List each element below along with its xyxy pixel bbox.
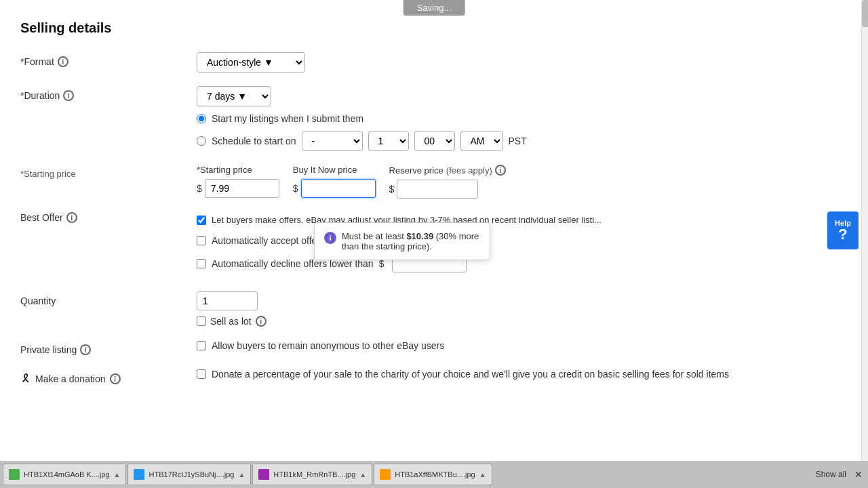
taskbar-item-3-icon bbox=[258, 469, 269, 480]
reserve-price-input-row: $ bbox=[389, 180, 506, 199]
quantity-row: Quantity Sell as lot i bbox=[20, 291, 848, 327]
tooltip-icon: i bbox=[324, 232, 336, 244]
donation-checkbox-row: Donate a percentage of your sale to the … bbox=[197, 369, 848, 380]
buy-it-now-group: Buy It Now price $ bbox=[293, 165, 376, 198]
saving-label: Saving... bbox=[417, 3, 452, 13]
scrollbar[interactable] bbox=[861, 0, 868, 488]
donation-controls: Donate a percentage of your sale to the … bbox=[197, 369, 848, 380]
private-listing-desc: Allow buyers to remain anonymous to othe… bbox=[212, 340, 444, 351]
format-select[interactable]: Auction-style ▼ bbox=[197, 52, 305, 73]
duration-info-icon[interactable]: i bbox=[63, 90, 74, 101]
saving-bar: Saving... bbox=[403, 0, 465, 16]
taskbar-item-4-icon bbox=[380, 469, 391, 480]
help-button[interactable]: Help ? bbox=[827, 211, 859, 249]
starting-price-label: *Starting price bbox=[197, 165, 279, 175]
private-listing-controls: Allow buyers to remain anonymous to othe… bbox=[197, 340, 848, 351]
timezone-label: PST bbox=[509, 136, 527, 146]
best-offer-info-icon[interactable]: i bbox=[66, 212, 77, 223]
donation-info-icon[interactable]: i bbox=[110, 373, 121, 384]
schedule-row: Start my listings when I submit them Sch… bbox=[197, 113, 848, 151]
schedule-ampm-select[interactable]: AM bbox=[460, 131, 503, 151]
schedule-date-select[interactable]: - bbox=[302, 131, 363, 151]
sell-lot-checkbox[interactable] bbox=[197, 317, 206, 326]
start-now-radio[interactable] bbox=[197, 114, 206, 123]
quantity-label: Quantity bbox=[20, 291, 197, 306]
reserve-price-info-icon[interactable]: i bbox=[495, 165, 506, 176]
tooltip-text: Must be at least $10.39 (30% more than t… bbox=[342, 231, 480, 251]
donation-icon: 🎗 bbox=[20, 373, 31, 385]
private-listing-info-icon[interactable]: i bbox=[80, 344, 91, 355]
fees-label: (fees apply) bbox=[446, 165, 492, 176]
close-all-button[interactable]: ✕ bbox=[852, 469, 865, 480]
format-info-icon[interactable]: i bbox=[58, 56, 68, 67]
schedule-radio-row: Schedule to start on - 1 00 AM PST bbox=[197, 131, 527, 151]
taskbar-item-4-chevron[interactable]: ▲ bbox=[479, 471, 486, 479]
reserve-price-input[interactable] bbox=[397, 180, 478, 199]
sell-lot-row: Sell as lot i bbox=[197, 316, 848, 327]
private-listing-checkbox[interactable] bbox=[197, 341, 206, 350]
reserve-price-label: Reserve price (fees apply) i bbox=[389, 165, 506, 176]
private-listing-checkbox-row: Allow buyers to remain anonymous to othe… bbox=[197, 340, 848, 351]
taskbar-item-2[interactable]: HTB17RcIJ1ySBuNj....jpg ▲ bbox=[127, 464, 251, 485]
private-listing-row: Private listing i Allow buyers to remain… bbox=[20, 340, 848, 355]
schedule-hour-select[interactable]: 1 bbox=[368, 131, 409, 151]
taskbar-item-2-label: HTB17RcIJ1ySBuNj....jpg bbox=[149, 470, 234, 479]
taskbar-item-3-label: HTB1kM_RmRnTB....jpg bbox=[273, 470, 355, 479]
best-offer-checkbox-row: Let buyers make offers. eBay may adjust … bbox=[197, 215, 848, 225]
show-all-button[interactable]: Show all bbox=[812, 470, 850, 479]
duration-select[interactable]: 7 days ▼ bbox=[197, 86, 271, 106]
starting-price-group: *Starting price $ bbox=[197, 165, 279, 198]
donation-title: Make a donation bbox=[35, 373, 106, 384]
starting-price-input[interactable] bbox=[205, 179, 279, 198]
buy-it-now-label: Buy It Now price bbox=[293, 165, 376, 175]
price-main-label: *Starting price bbox=[20, 169, 76, 179]
starting-price-input-row: $ bbox=[197, 179, 279, 198]
best-offer-title: Best Offer i bbox=[20, 212, 77, 223]
taskbar-item-2-icon bbox=[134, 469, 144, 480]
donation-label-col: 🎗 Make a donation i bbox=[20, 369, 197, 385]
schedule-radio[interactable] bbox=[197, 136, 206, 146]
buy-it-now-input-row: $ bbox=[293, 179, 376, 198]
donation-desc: Donate a percentage of your sale to the … bbox=[212, 369, 729, 380]
tooltip-box: i Must be at least $10.39 (30% more than… bbox=[314, 222, 490, 260]
format-controls: Auction-style ▼ bbox=[197, 52, 848, 73]
page-title: Selling details bbox=[20, 20, 848, 36]
start-now-label: Start my listings when I submit them bbox=[212, 113, 363, 124]
taskbar-item-3-chevron[interactable]: ▲ bbox=[359, 471, 366, 479]
taskbar-item-3[interactable]: HTB1kM_RmRnTB....jpg ▲ bbox=[252, 464, 372, 485]
format-label: *Format i bbox=[20, 52, 197, 67]
taskbar-item-1[interactable]: HTB1Xt14mGAoB K....jpg ▲ bbox=[3, 464, 126, 485]
donation-checkbox[interactable] bbox=[197, 369, 206, 379]
schedule-min-select[interactable]: 00 bbox=[414, 131, 455, 151]
reserve-price-group: Reserve price (fees apply) i $ bbox=[389, 165, 506, 199]
best-offer-label-col: Best Offer i bbox=[20, 212, 197, 223]
duration-row: *Duration i 7 days ▼ bbox=[20, 86, 848, 106]
private-listing-label: Private listing i bbox=[20, 340, 197, 355]
duration-controls: 7 days ▼ bbox=[197, 86, 848, 106]
scrollbar-thumb[interactable] bbox=[862, 0, 868, 27]
help-question: ? bbox=[838, 227, 847, 242]
sell-lot-info-icon[interactable]: i bbox=[256, 316, 267, 327]
sell-lot-label: Sell as lot bbox=[210, 316, 252, 327]
taskbar: HTB1Xt14mGAoB K....jpg ▲ HTB17RcIJ1ySBuN… bbox=[0, 461, 868, 488]
format-row: *Format i Auction-style ▼ bbox=[20, 52, 848, 73]
auto-decline-checkbox[interactable] bbox=[197, 259, 206, 268]
taskbar-item-2-chevron[interactable]: ▲ bbox=[238, 471, 245, 479]
taskbar-item-4[interactable]: HTB1aXffBMKTBu....jpg ▲ bbox=[374, 464, 492, 485]
taskbar-item-1-chevron[interactable]: ▲ bbox=[114, 471, 121, 479]
price-row: *Starting price *Starting price $ bbox=[20, 165, 848, 199]
duration-label: *Duration i bbox=[20, 86, 197, 101]
taskbar-item-1-icon bbox=[9, 469, 20, 480]
price-controls: *Starting price $ Buy It Now price $ bbox=[197, 165, 848, 199]
best-offer-controls: Let buyers make offers. eBay may adjust … bbox=[197, 215, 848, 278]
price-fields: *Starting price $ Buy It Now price $ bbox=[197, 165, 848, 199]
quantity-input[interactable] bbox=[197, 291, 258, 310]
taskbar-item-4-label: HTB1aXffBMKTBu....jpg bbox=[395, 470, 475, 479]
taskbar-item-1-label: HTB1Xt14mGAoB K....jpg bbox=[24, 470, 110, 479]
quantity-controls: Sell as lot i bbox=[197, 291, 848, 327]
auto-accept-checkbox[interactable] bbox=[197, 236, 206, 245]
best-offer-checkbox[interactable] bbox=[197, 216, 206, 225]
price-label: *Starting price bbox=[20, 165, 197, 179]
start-now-radio-row: Start my listings when I submit them bbox=[197, 113, 363, 124]
buy-it-now-input[interactable] bbox=[301, 179, 376, 198]
